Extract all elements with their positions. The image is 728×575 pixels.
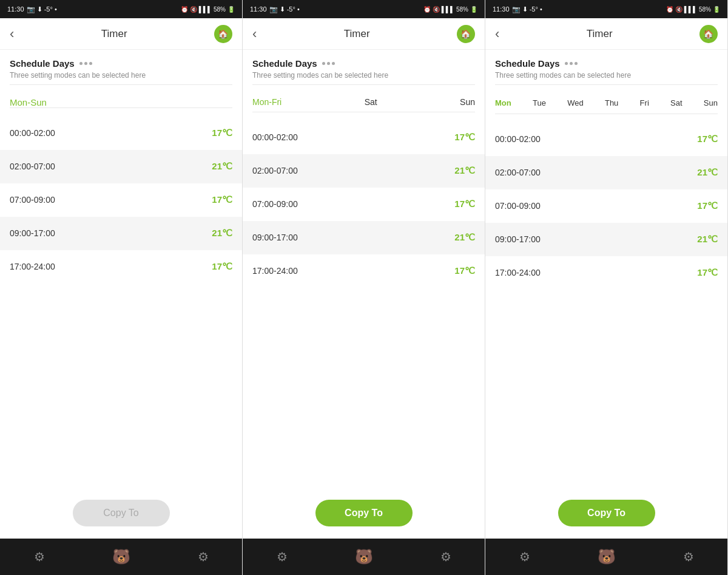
back-button-3[interactable]: ‹: [495, 26, 499, 42]
day-chip-tue[interactable]: Tue: [533, 97, 546, 109]
day-tab-sat[interactable]: Sat: [365, 97, 377, 107]
alarm-icon-3: ⏰: [666, 6, 673, 13]
nav-icon-center-1[interactable]: 🐻: [112, 548, 130, 565]
day-chip-wed[interactable]: Wed: [567, 97, 584, 109]
status-icons-3: 📷 ⬇ -5° •: [512, 5, 542, 13]
temp-1-3: 21℃: [212, 228, 232, 239]
status-bar-2: 11:30 📷 ⬇ -5° • ⏰ 🔇 ▌▌▌ 58% 🔋: [243, 0, 485, 18]
dots-menu-3[interactable]: [565, 62, 578, 65]
toolbar-title-1: Timer: [101, 28, 127, 40]
signal-icon-3: ▌▌▌: [684, 6, 697, 13]
copy-to-button-3[interactable]: Copy To: [558, 500, 655, 526]
status-bar-3: 11:30 📷 ⬇ -5° • ⏰ 🔇 ▌▌▌ 58% 🔋: [485, 0, 727, 18]
table-row: 00:00-02:00 17℃: [0, 117, 242, 150]
toolbar-1: ‹ Timer 🏠: [0, 18, 242, 50]
temp-1-0: 17℃: [212, 128, 232, 138]
day-tabs-1: Mon-Sun: [0, 94, 242, 117]
phone-panel-1: 11:30 📷 ⬇ -5° • ⏰ 🔇 ▌▌▌ 58% 🔋 ‹ Timer 🏠 …: [0, 0, 243, 575]
day-tabs-full-3: Mon Tue Wed Thu Fri Sat Sun: [495, 97, 718, 109]
day-chip-fri[interactable]: Fri: [640, 97, 649, 109]
day-tabs-3: Mon Tue Wed Thu Fri Sat Sun: [485, 94, 727, 123]
time-1-4: 17:00-24:00: [10, 262, 55, 271]
schedule-list-1: 00:00-02:00 17℃ 02:00-07:00 21℃ 07:00-09…: [0, 117, 242, 488]
time-2-1: 02:00-07:00: [252, 166, 298, 175]
schedule-title-2: Schedule Days: [252, 58, 317, 69]
temp-3-4: 17℃: [697, 267, 718, 278]
nav-icon-right-1[interactable]: ⚙: [198, 549, 209, 564]
day-tab-monfri[interactable]: Mon-Fri: [252, 97, 281, 107]
back-button-1[interactable]: ‹: [10, 26, 14, 42]
schedule-list-3: 00:00-02:00 17℃ 02:00-07:00 21℃ 07:00-09…: [485, 123, 727, 488]
time-1-0: 00:00-02:00: [10, 128, 55, 138]
status-time-1: 11:30: [7, 5, 24, 13]
table-row: 00:00-02:00 17℃: [485, 123, 727, 156]
dots-menu-1[interactable]: [79, 62, 92, 65]
battery-icon-2: 🔋: [470, 6, 477, 13]
schedule-subtitle-3: Three setting modes can be selected here: [495, 71, 718, 80]
day-chip-sun[interactable]: Sun: [704, 97, 718, 109]
toolbar-title-2: Timer: [344, 28, 370, 40]
bottom-nav-3: ⚙ 🐻 ⚙: [485, 539, 727, 575]
day-chip-sat[interactable]: Sat: [670, 97, 682, 109]
table-row: 09:00-17:00 21℃: [485, 223, 727, 256]
table-row: 07:00-09:00 17℃: [243, 188, 485, 221]
time-2-3: 09:00-17:00: [252, 233, 298, 242]
nav-icon-center-2[interactable]: 🐻: [355, 548, 373, 565]
status-right-2: ⏰ 🔇 ▌▌▌ 58% 🔋: [423, 6, 477, 13]
copy-to-button-2[interactable]: Copy To: [315, 500, 413, 526]
day-chip-mon[interactable]: Mon: [495, 97, 511, 109]
time-1-1: 02:00-07:00: [10, 162, 55, 171]
signal-icon-1: ▌▌▌: [199, 6, 212, 13]
nav-icon-left-2[interactable]: ⚙: [277, 549, 288, 564]
bottom-nav-2: ⚙ 🐻 ⚙: [243, 539, 485, 575]
time-3-3: 09:00-17:00: [495, 234, 541, 244]
battery-3: 58%: [699, 6, 711, 13]
battery-icon-3: 🔋: [713, 6, 720, 13]
day-label-single-1[interactable]: Mon-Sun: [10, 97, 232, 107]
dots-menu-2[interactable]: [322, 62, 335, 65]
status-time-3: 11:30: [493, 5, 510, 13]
temp-2-0: 17℃: [454, 132, 475, 143]
time-2-2: 07:00-09:00: [252, 199, 298, 209]
nav-icon-left-1[interactable]: ⚙: [34, 549, 45, 564]
time-3-1: 02:00-07:00: [495, 168, 541, 177]
schedule-header-2: Schedule Days Three setting modes can be…: [243, 50, 485, 94]
temp-1-2: 17℃: [212, 194, 232, 205]
copy-btn-area-3: Copy To: [485, 488, 727, 539]
nav-icon-left-3[interactable]: ⚙: [519, 549, 530, 564]
nav-icon-right-2[interactable]: ⚙: [440, 549, 451, 564]
alarm-icon-1: ⏰: [181, 6, 188, 13]
nav-icon-center-3[interactable]: 🐻: [598, 548, 616, 565]
back-button-2[interactable]: ‹: [252, 26, 257, 42]
home-icon-1[interactable]: 🏠: [214, 25, 232, 43]
table-row: 02:00-07:00 21℃: [485, 156, 727, 189]
day-chip-thu[interactable]: Thu: [605, 97, 618, 109]
nav-icon-right-3[interactable]: ⚙: [683, 549, 694, 564]
temp-3-1: 21℃: [697, 167, 718, 178]
time-3-2: 07:00-09:00: [495, 201, 541, 211]
copy-to-button-1[interactable]: Copy To: [73, 500, 170, 526]
status-icons-2: 📷 ⬇ -5° •: [269, 5, 300, 13]
signal-icon-2: ▌▌▌: [442, 6, 454, 13]
status-right-3: ⏰ 🔇 ▌▌▌ 58% 🔋: [666, 6, 720, 13]
schedule-header-3: Schedule Days Three setting modes can be…: [485, 50, 727, 94]
temp-3-0: 17℃: [697, 134, 718, 145]
battery-2: 58%: [456, 6, 468, 13]
table-row: 07:00-09:00 17℃: [0, 183, 242, 217]
day-tabs-multi-2: Mon-Fri Sat Sun: [252, 97, 475, 107]
table-row: 17:00-24:00 17℃: [243, 254, 485, 288]
phone-panel-2: 11:30 📷 ⬇ -5° • ⏰ 🔇 ▌▌▌ 58% 🔋 ‹ Timer 🏠 …: [243, 0, 485, 575]
temp-1-1: 21℃: [212, 161, 232, 172]
schedule-header-1: Schedule Days Three setting modes can be…: [0, 50, 242, 94]
schedule-subtitle-2: Three setting modes can be selected here: [252, 71, 475, 80]
status-icons-1: 📷 ⬇ -5° •: [27, 5, 57, 13]
time-1-2: 07:00-09:00: [10, 195, 55, 205]
bottom-nav-1: ⚙ 🐻 ⚙: [0, 539, 242, 575]
toolbar-3: ‹ Timer 🏠: [485, 18, 727, 50]
table-row: 09:00-17:00 21℃: [243, 221, 485, 254]
home-icon-2[interactable]: 🏠: [457, 25, 475, 43]
day-tab-sun[interactable]: Sun: [460, 97, 475, 107]
temp-2-4: 17℃: [454, 265, 475, 276]
home-icon-3[interactable]: 🏠: [699, 25, 718, 43]
temp-2-1: 21℃: [454, 165, 475, 176]
